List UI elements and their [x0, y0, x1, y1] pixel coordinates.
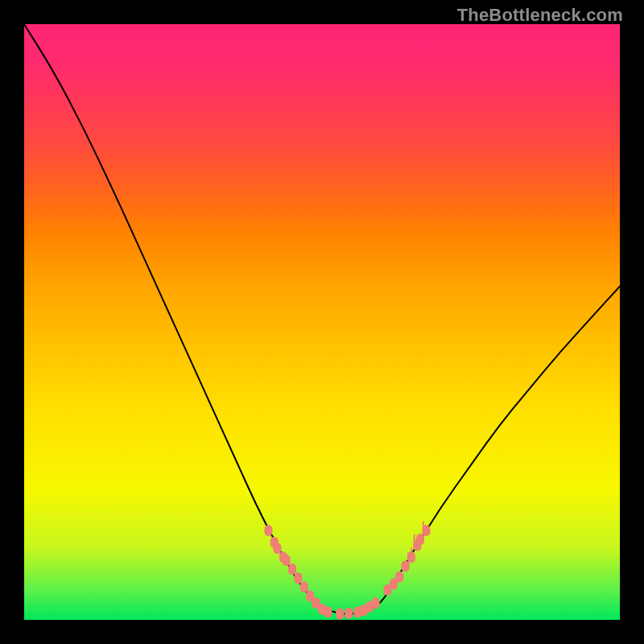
- watermark-text: TheBottleneck.com: [457, 5, 623, 26]
- chart-frame: TheBottleneck.com: [0, 0, 644, 644]
- plot-gradient-background: [24, 24, 620, 620]
